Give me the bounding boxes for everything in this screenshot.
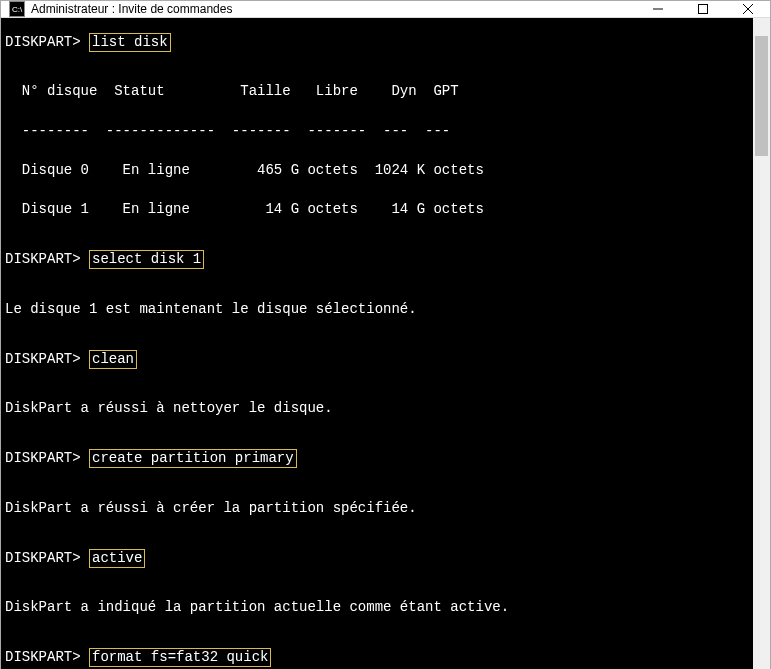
table-header: N° disque Statut Taille Libre Dyn GPT — [5, 82, 749, 102]
cmd-format: format fs=fat32 quick — [89, 648, 271, 667]
scrollbar-thumb[interactable] — [755, 36, 768, 156]
prompt: DISKPART> — [5, 450, 89, 466]
window-controls — [635, 1, 770, 17]
window-title: Administrateur : Invite de commandes — [31, 2, 635, 16]
prompt: DISKPART> — [5, 34, 89, 50]
command-prompt-window: C:\ Administrateur : Invite de commandes… — [0, 0, 771, 669]
table-separator: -------- ------------- ------- ------- -… — [5, 122, 749, 142]
output-text: DiskPart a réussi à créer la partition s… — [5, 499, 749, 519]
titlebar[interactable]: C:\ Administrateur : Invite de commandes — [1, 1, 770, 18]
app-icon: C:\ — [9, 1, 25, 17]
cmd-select-disk: select disk 1 — [89, 250, 204, 269]
cmd-create-partition: create partition primary — [89, 449, 297, 468]
svg-rect-1 — [698, 5, 707, 14]
prompt: DISKPART> — [5, 251, 89, 267]
table-row: Disque 0 En ligne 465 G octets 1024 K oc… — [5, 161, 749, 181]
minimize-button[interactable] — [635, 1, 680, 17]
close-button[interactable] — [725, 1, 770, 17]
cmd-active: active — [89, 549, 145, 568]
prompt: DISKPART> — [5, 649, 89, 665]
vertical-scrollbar[interactable] — [753, 18, 770, 669]
cmd-list-disk: list disk — [89, 33, 171, 52]
maximize-button[interactable] — [680, 1, 725, 17]
output-text: DiskPart a réussi à nettoyer le disque. — [5, 399, 749, 419]
prompt: DISKPART> — [5, 351, 89, 367]
terminal-area: DISKPART> list disk N° disque Statut Tai… — [1, 18, 770, 669]
terminal-output[interactable]: DISKPART> list disk N° disque Statut Tai… — [1, 18, 753, 669]
output-text: Le disque 1 est maintenant le disque sél… — [5, 300, 749, 320]
prompt: DISKPART> — [5, 550, 89, 566]
table-row: Disque 1 En ligne 14 G octets 14 G octet… — [5, 200, 749, 220]
cmd-clean: clean — [89, 350, 137, 369]
output-text: DiskPart a indiqué la partition actuelle… — [5, 598, 749, 618]
